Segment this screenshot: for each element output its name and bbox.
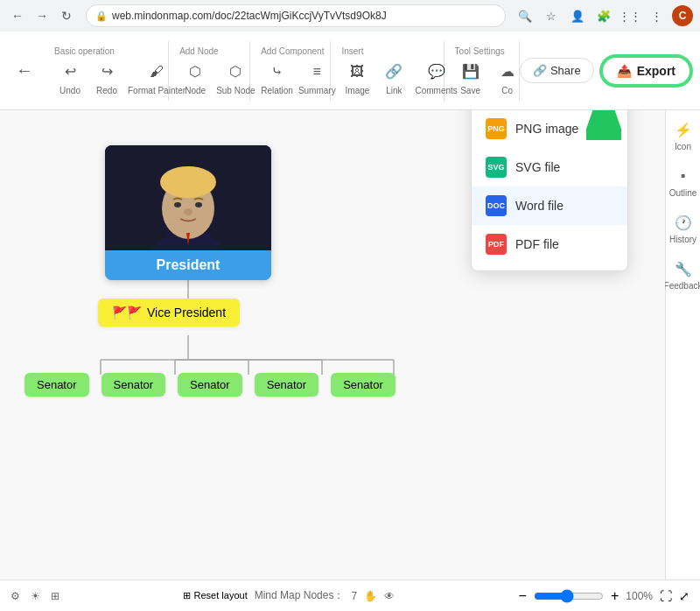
refresh-nav-btn[interactable]: ↻ xyxy=(56,5,77,26)
svg-label: SVG file xyxy=(515,160,560,174)
export-dropdown: JPG JPG image PNG PNG image SVG SVG file… xyxy=(471,110,628,271)
back-nav-btn[interactable]: ← xyxy=(7,5,28,26)
toolbar-group-tool: Tool Settings 💾 Save ☁ Co xyxy=(444,41,520,101)
export-svg-item[interactable]: SVG SVG file xyxy=(472,148,627,186)
sidebar-item-history[interactable]: 🕐 History xyxy=(669,212,696,244)
export-png-item[interactable]: PNG PNG image xyxy=(472,110,627,148)
sidebar-item-outline[interactable]: ▪ Outline xyxy=(669,165,697,198)
bottom-icon-1: ⚙ xyxy=(10,590,20,602)
cloud-icon: ☁ xyxy=(495,60,520,84)
redo-btn[interactable]: ↪ Redo xyxy=(91,60,122,95)
relation-icon: ⤷ xyxy=(265,60,290,84)
undo-icon: ↩ xyxy=(58,60,82,84)
cloud-btn[interactable]: ☁ Co xyxy=(492,60,523,95)
node-label: Node xyxy=(185,86,206,95)
summary-btn[interactable]: ≡ Summary xyxy=(298,60,336,95)
link-label: Link xyxy=(386,86,402,95)
svg-point-17 xyxy=(160,166,216,198)
reset-layout-btn[interactable]: ⊞ Reset layout xyxy=(183,590,247,601)
reset-layout-icon: ⊞ xyxy=(183,590,191,600)
export-word-item[interactable]: DOC Word file xyxy=(472,186,627,225)
share-button[interactable]: 🔗 Share xyxy=(520,58,594,83)
zoom-minus-btn[interactable]: − xyxy=(519,588,527,604)
senator-node-4[interactable]: Senator xyxy=(255,373,319,397)
share-label: Share xyxy=(550,64,581,77)
save-btn[interactable]: 💾 Save xyxy=(455,60,486,95)
svg-point-18 xyxy=(174,202,181,207)
group-label-node: Add Node xyxy=(179,46,218,56)
reset-layout-label: Reset layout xyxy=(194,590,248,600)
group-label-insert: Insert xyxy=(341,46,363,56)
extension2-btn[interactable]: 🧩 xyxy=(593,5,614,26)
node-icon: ⬡ xyxy=(183,60,207,84)
senator-row: Senator Senator Senator Senator Senator xyxy=(24,373,396,397)
sidebar-item-icon[interactable]: ⚡ Icon xyxy=(673,119,694,151)
toolbar-group-component: Add Component ⤷ Relation ≡ Summary xyxy=(250,41,331,101)
senator-node-5[interactable]: Senator xyxy=(331,373,396,397)
summary-label: Summary xyxy=(298,86,336,95)
export-button[interactable]: 📤 Export xyxy=(601,56,691,86)
sub-node-btn[interactable]: ⬡ Sub Node xyxy=(216,60,255,95)
redo-icon: ↪ xyxy=(94,60,119,84)
history-icon: 🕐 xyxy=(673,212,694,233)
summary-icon: ≡ xyxy=(304,60,329,84)
word-icon: DOC xyxy=(486,195,507,216)
undo-btn[interactable]: ↩ Undo xyxy=(54,60,86,95)
image-btn[interactable]: 🖼 Image xyxy=(341,60,373,95)
png-icon: PNG xyxy=(486,118,507,139)
relation-btn[interactable]: ⤷ Relation xyxy=(261,60,293,95)
extension1-btn[interactable]: 👤 xyxy=(567,5,588,26)
export-pdf-item[interactable]: PDF PDF file xyxy=(472,225,627,263)
senator-node-2[interactable]: Senator xyxy=(102,373,166,397)
fullscreen-btn[interactable]: ⤢ xyxy=(679,589,690,603)
link-icon: 🔗 xyxy=(382,60,406,84)
bookmark-btn[interactable]: ☆ xyxy=(541,5,562,26)
group-label-basic: Basic operation xyxy=(54,46,115,56)
relation-label: Relation xyxy=(261,86,293,95)
senator-node-3[interactable]: Senator xyxy=(178,373,242,397)
toolbar-group-basic: Basic operation ↩ Undo ↪ Redo 🖌 Format P… xyxy=(44,41,169,101)
export-label: Export xyxy=(637,64,676,78)
history-label: History xyxy=(669,235,696,244)
group-items-basic: ↩ Undo ↪ Redo 🖌 Format Painter xyxy=(54,60,186,95)
president-node[interactable]: President xyxy=(105,145,271,280)
node-count-label: Mind Map Nodes： xyxy=(255,588,345,603)
lock-icon: 🔒 xyxy=(95,11,108,22)
browser-nav-bar: ← → ↻ 🔒 web.mindonmap.com/doc/22tacWmjGi… xyxy=(0,0,700,32)
menu-btn[interactable]: ⋮ xyxy=(646,5,667,26)
group-label-component: Add Component xyxy=(261,46,324,56)
outline-icon: ▪ xyxy=(673,165,694,186)
senator-node-1[interactable]: Senator xyxy=(24,373,89,397)
forward-nav-btn[interactable]: → xyxy=(32,5,52,26)
export-icon: 📤 xyxy=(617,64,632,78)
address-bar[interactable]: 🔒 web.mindonmap.com/doc/22tacWmjGiKccjVy… xyxy=(86,4,506,27)
svg-point-20 xyxy=(184,208,192,215)
toolbar-group-node: Add Node ⬡ Node ⬡ Sub Node xyxy=(169,41,250,101)
sub-node-icon: ⬡ xyxy=(223,60,248,84)
profile-btn[interactable]: C xyxy=(672,5,693,26)
sidebar-item-feedback[interactable]: 🔧 Feedback xyxy=(664,258,700,291)
pdf-label: PDF file xyxy=(515,237,559,251)
president-image xyxy=(105,145,271,250)
main-area: President 🚩🚩 Vice President Senator Sena… xyxy=(0,110,700,588)
node-btn[interactable]: ⬡ Node xyxy=(179,60,211,95)
group-items-insert: 🖼 Image 🔗 Link 💬 Comments xyxy=(341,60,457,95)
link-btn[interactable]: 🔗 Link xyxy=(378,60,410,95)
canvas-area[interactable]: President 🚩🚩 Vice President Senator Sena… xyxy=(0,110,665,588)
vp-node[interactable]: 🚩🚩 Vice President xyxy=(98,298,240,327)
undo-label: Undo xyxy=(60,86,80,95)
zoom-plus-btn[interactable]: + xyxy=(611,588,619,604)
group-items-node: ⬡ Node ⬡ Sub Node xyxy=(179,60,255,95)
app-back-btn[interactable]: ← xyxy=(9,57,40,84)
outline-label: Outline xyxy=(669,188,697,198)
search-browser-btn[interactable]: 🔍 xyxy=(514,5,536,26)
toolbar-right: 🔗 Share 📤 Export xyxy=(520,56,691,86)
extension3-btn[interactable]: ⋮⋮ xyxy=(620,5,640,26)
svg-icon: SVG xyxy=(486,157,507,178)
url-text: web.mindonmap.com/doc/22tacWmjGiKccjVyTv… xyxy=(112,10,387,22)
bottom-icon-3: ⊞ xyxy=(51,590,60,602)
fit-screen-btn[interactable]: ⛶ xyxy=(660,589,672,603)
bottom-icon-2: ☀ xyxy=(31,590,40,602)
zoom-slider[interactable] xyxy=(534,589,604,603)
minus-icon: − xyxy=(519,588,527,603)
